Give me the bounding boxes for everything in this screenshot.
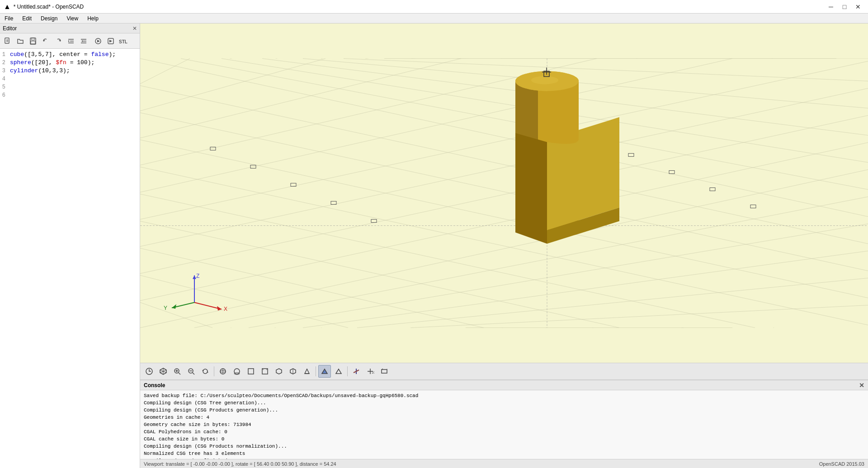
indent-button[interactable] [65,35,77,47]
statusbar: Viewport: translate = [ -0.00 -0.00 -0.0… [140,459,868,468]
view-diagonal-button[interactable] [301,365,313,378]
zoom-in-button[interactable] [171,365,184,378]
svg-marker-128 [515,133,547,244]
svg-line-148 [179,373,180,374]
console-line-2: Compiling design (CSG Tree generation)..… [144,399,864,407]
editor-toolbar: STL [0,33,140,49]
menu-edit[interactable]: Edit [18,14,36,23]
svg-rect-161 [248,369,254,374]
menu-view[interactable]: View [62,14,83,23]
console-line-5: Geometry cache size in bytes: 713984 [144,421,864,428]
svg-marker-7 [43,40,45,42]
editor-close-button[interactable]: ✕ [132,25,137,32]
redo-button[interactable] [52,35,64,47]
toolbar-separator-2 [316,366,316,376]
code-line-2: 2 sphere([20], $fn = 100); [0,59,140,67]
view-bottom-button[interactable] [231,365,243,378]
view-front-button[interactable] [245,365,257,378]
svg-text:Y: Y [164,305,167,311]
render-button[interactable] [105,35,117,47]
svg-marker-168 [336,369,341,374]
svg-marker-12 [68,40,70,42]
code-line-6: 6 [0,91,140,99]
statusbar-right: OpenSCAD 2015.03 [819,461,864,467]
svg-marker-167 [322,369,327,374]
svg-marker-16 [81,40,83,42]
titlebar-left: ▲ * Untitled.scad* - OpenSCAD [4,3,84,11]
close-button[interactable]: ✕ [852,2,864,12]
menu-file[interactable]: File [0,14,18,23]
titlebar-title: * Untitled.scad* - OpenSCAD [14,4,84,10]
console-header: Console ✕ [140,380,868,390]
menu-help[interactable]: Help [83,14,103,23]
console-line-4: Geometries in cache: 4 [144,414,864,421]
svg-text:X: X [224,306,227,312]
svg-line-152 [193,373,194,374]
menu-design[interactable]: Design [36,14,62,23]
console-label: Console [144,382,165,388]
open-file-button[interactable] [14,35,26,47]
console-panel: Console ✕ Saved backup file: C:/Users/sc… [140,380,868,459]
right-panel: Z X Y [140,23,868,468]
console-line-6: CGAL Polyhedrons in cache: 0 [144,428,864,435]
toolbar-separator-1 [214,366,214,376]
3d-view-button[interactable] [157,365,170,378]
titlebar: ▲ * Untitled.scad* - OpenSCAD ─ □ ✕ [0,0,868,14]
new-file-button[interactable] [2,35,14,47]
code-line-3: 3 cylinder(10,3,3); [0,67,140,75]
auto-rotate-button[interactable] [199,365,212,378]
editor-label: Editor [3,25,17,32]
code-line-5: 5 [0,83,140,91]
toolbar-separator-3 [347,366,348,376]
editor-header: Editor ✕ [0,23,140,33]
svg-rect-6 [31,41,35,44]
svg-rect-174 [382,370,387,373]
save-file-button[interactable] [27,35,39,47]
console-line-3: Compiling design (CSG Products generatio… [144,407,864,414]
reset-view-button[interactable] [143,365,156,378]
view-left-button[interactable] [273,365,285,378]
svg-marker-18 [97,40,100,42]
code-line-4: 4 [0,75,140,83]
svg-marker-8 [59,40,61,42]
code-line-1: 1 cube([3,5,7], center = false); [0,51,140,59]
svg-text:STL: STL [119,39,127,44]
main-layout: Editor ✕ [0,23,868,468]
console-line-9: Normalized CSG tree has 3 elements [144,450,864,457]
surfaces-button[interactable] [318,365,331,378]
svg-text:Z: Z [196,273,199,279]
console-close-button[interactable]: ✕ [859,382,864,389]
view-right-button[interactable] [287,365,299,378]
console-content: Saved backup file: C:/Users/sculpteo/Doc… [140,390,868,459]
axes-button[interactable] [350,365,363,378]
menubar: File Edit Design View Help [0,14,868,23]
unindent-button[interactable] [78,35,90,47]
minimize-button[interactable]: ─ [825,2,837,12]
console-line-7: CGAL cache size in bytes: 0 [144,435,864,443]
wireframe-button[interactable] [332,365,345,378]
crosshairs-button[interactable]: 10 [364,365,377,378]
undo-button[interactable] [40,35,52,47]
code-editor[interactable]: 1 cube([3,5,7], center = false); 2 spher… [0,49,140,468]
editor-panel: Editor ✕ [0,23,140,468]
ortho-button[interactable] [378,365,391,378]
svg-point-159 [234,369,240,374]
titlebar-controls: ─ □ ✕ [825,2,864,12]
console-line-8: Compiling design (CSG Products normaliza… [144,443,864,450]
svg-rect-77 [140,59,868,328]
view-back-button[interactable] [259,365,271,378]
preview-button[interactable] [92,35,104,47]
svg-text:10: 10 [372,371,374,374]
viewport[interactable]: Z X Y [140,23,868,363]
svg-point-130 [531,76,558,84]
statusbar-left: Viewport: translate = [ -0.00 -0.00 -0.0… [144,461,336,467]
viewport-svg: Z X Y [140,23,868,363]
viewport-toolbar: 10 [140,363,868,380]
view-top-button[interactable] [217,365,229,378]
console-line-1: Saved backup file: C:/Users/sculpteo/Doc… [144,392,864,399]
zoom-out-button[interactable] [185,365,198,378]
export-stl-button[interactable]: STL [118,35,129,47]
maximize-button[interactable]: □ [838,2,851,12]
